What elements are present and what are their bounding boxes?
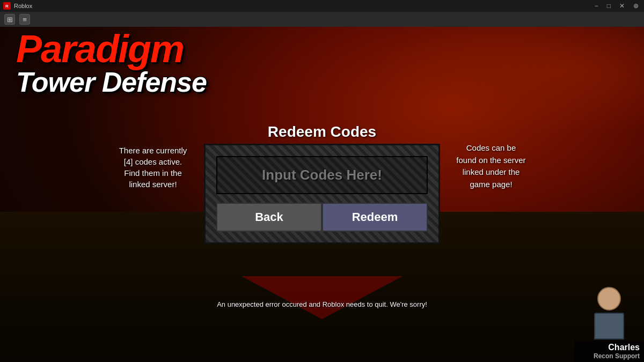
title-paradigm: Paradigm [16, 29, 207, 68]
redeem-button[interactable]: Redeem [322, 203, 428, 232]
modal-buttons: Back Redeem [216, 203, 428, 232]
modal-body: Back Redeem [204, 144, 440, 244]
modal-title: Redeem Codes [204, 123, 440, 141]
left-info-text: There are currently [4] codes active. Fi… [118, 145, 188, 190]
diamond-decoration [241, 276, 402, 319]
player-name-box: Charles Recon Support [574, 341, 644, 362]
player-name: Charles [579, 343, 640, 352]
avatar-body [588, 287, 631, 341]
redeem-modal: Redeem Codes Back Redeem [204, 123, 440, 244]
player-avatar: Charles Recon Support [574, 287, 644, 362]
back-button[interactable]: Back [216, 203, 322, 232]
code-input[interactable] [228, 167, 416, 183]
titlebar: R Roblox − □ ✕ ⊕ [0, 0, 644, 12]
toolbar: ⊞ ≡ [0, 12, 644, 27]
code-input-container[interactable] [216, 156, 428, 194]
avatar-head [597, 287, 621, 311]
error-message: An unexpected error occured and Roblox n… [217, 300, 427, 308]
roblox-icon: R [3, 2, 11, 10]
settings-button[interactable]: ⊕ [631, 2, 641, 10]
toolbar-icon2[interactable]: ≡ [19, 14, 30, 25]
titlebar-title: Roblox [14, 3, 589, 9]
title-tower-defense: Tower Defense [16, 68, 207, 96]
toolbar-icon1[interactable]: ⊞ [4, 14, 15, 25]
clouds [376, 27, 644, 134]
minimize-button[interactable]: − [592, 2, 601, 10]
player-role: Recon Support [579, 352, 640, 360]
right-info-text: Codes can be found on the server linked … [456, 142, 526, 190]
close-button[interactable]: ✕ [617, 2, 627, 10]
game-title: Paradigm Tower Defense [16, 29, 207, 96]
titlebar-controls: − □ ✕ ⊕ [592, 2, 641, 10]
avatar-torso [594, 313, 624, 339]
maximize-button[interactable]: □ [605, 2, 613, 10]
